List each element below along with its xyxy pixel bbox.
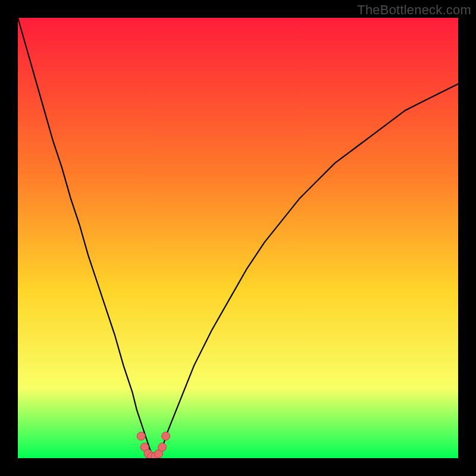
plot-area	[18, 18, 458, 458]
bottleneck-chart-svg	[18, 18, 458, 458]
marker-point	[162, 432, 170, 440]
chart-frame: TheBottleneck.com	[0, 0, 476, 476]
marker-point	[158, 443, 167, 452]
marker-point	[137, 432, 145, 440]
watermark-text: TheBottleneck.com	[357, 2, 471, 18]
